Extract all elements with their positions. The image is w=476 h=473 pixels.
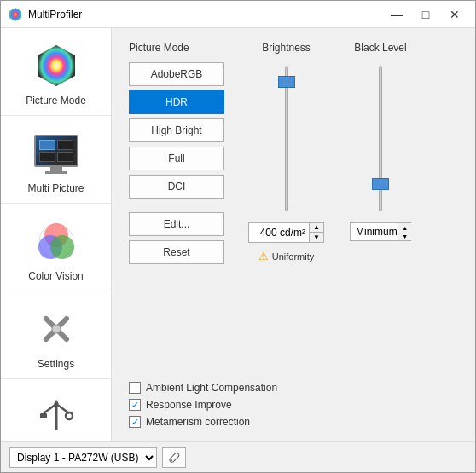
sidebar-scroll: Picture Mode: [1, 28, 111, 441]
color-vision-icon: [31, 216, 82, 267]
brightness-spin-buttons: ▲ ▼: [309, 223, 323, 242]
checkboxes-section: Ambient Light Compensation ✓ Response Im…: [129, 382, 458, 428]
sidebar-label-settings: Settings: [38, 358, 74, 370]
display-selector[interactable]: Display 1 - PA272W (USB): [9, 447, 157, 468]
brightness-group: Brightness ▲ ▼: [248, 42, 324, 372]
brightness-input-area: ▲ ▼ ⚠ Uniformity: [248, 222, 324, 262]
svg-point-15: [171, 459, 172, 461]
black-level-value: Minimum: [352, 226, 398, 238]
mode-action-buttons: Edit... Reset: [129, 212, 231, 264]
app-window: MultiProfiler — □ ✕: [0, 0, 476, 473]
reset-button[interactable]: Reset: [129, 240, 224, 264]
checkbox-response[interactable]: ✓ Response Improve: [129, 399, 458, 411]
metamerism-checkbox-label: Metamerism correction: [146, 416, 250, 428]
wrench-icon: [168, 452, 180, 464]
window-title: MultiProfiler: [28, 9, 383, 20]
sidebar-item-picture-mode[interactable]: Picture Mode: [1, 28, 111, 116]
title-bar: MultiProfiler — □ ✕: [1, 1, 475, 28]
black-level-slider-container: [372, 62, 389, 216]
black-level-select[interactable]: Minimum ▲ ▼: [350, 222, 411, 241]
maximize-button[interactable]: □: [412, 5, 439, 24]
response-checkmark: ✓: [131, 401, 139, 410]
black-level-track: [379, 66, 382, 211]
black-level-arrow: ▲ ▼: [398, 223, 412, 240]
svg-marker-14: [54, 400, 59, 404]
svg-rect-12: [40, 413, 47, 418]
brightness-value-input[interactable]: [249, 223, 309, 242]
metamerism-checkmark: ✓: [131, 418, 139, 427]
usb-icon: [31, 391, 82, 441]
picture-mode-icon: [31, 40, 82, 91]
picture-mode-section: Picture Mode AdobeRGB HDR High Bright Fu…: [129, 42, 231, 372]
uniformity-warning: ⚠ Uniformity: [258, 250, 315, 262]
uniformity-text: Uniformity: [272, 251, 315, 262]
svg-line-10: [44, 404, 56, 413]
checkbox-ambient[interactable]: Ambient Light Compensation: [129, 382, 458, 394]
bl-arrow-down[interactable]: ▼: [398, 232, 412, 240]
sliders-section: Brightness ▲ ▼: [248, 42, 458, 372]
brightness-label: Brightness: [262, 42, 311, 54]
window-controls: — □ ✕: [383, 5, 468, 24]
settings-icon: [31, 303, 82, 355]
brightness-thumb[interactable]: [278, 76, 295, 88]
close-button[interactable]: ✕: [441, 5, 468, 24]
mode-btn-high-bright[interactable]: High Bright: [129, 118, 224, 142]
brightness-spinbox: ▲ ▼: [248, 222, 324, 243]
picture-mode-section-label: Picture Mode: [129, 42, 231, 54]
sidebar-item-usb[interactable]: USB: [1, 379, 111, 441]
black-level-group: Black Level Minimum ▲ ▼: [350, 42, 411, 372]
svg-point-13: [66, 412, 73, 419]
brightness-spin-down[interactable]: ▼: [310, 233, 323, 242]
svg-point-8: [52, 325, 61, 333]
mode-btn-full[interactable]: Full: [129, 147, 224, 170]
brightness-slider-container: [278, 62, 295, 216]
mode-btn-dci[interactable]: DCI: [129, 175, 224, 199]
edit-button[interactable]: Edit...: [129, 212, 224, 236]
ambient-checkbox-box[interactable]: [129, 382, 141, 394]
right-panel: Picture Mode AdobeRGB HDR High Bright Fu…: [112, 28, 475, 441]
svg-marker-1: [38, 45, 75, 86]
ambient-checkbox-label: Ambient Light Compensation: [146, 382, 277, 394]
warning-icon: ⚠: [258, 250, 269, 262]
brightness-spin-up[interactable]: ▲: [310, 223, 323, 233]
response-checkbox-label: Response Improve: [146, 399, 232, 411]
sidebar-label-multi-picture: Multi Picture: [27, 182, 84, 194]
brightness-track: [285, 66, 288, 211]
black-level-select-area: Minimum ▲ ▼: [350, 222, 411, 241]
minimize-button[interactable]: —: [383, 5, 410, 24]
sidebar-label-color-vision: Color Vision: [28, 270, 83, 282]
multi-picture-icon: [31, 128, 82, 179]
svg-marker-0: [9, 8, 21, 21]
metamerism-checkbox-box[interactable]: ✓: [129, 416, 141, 428]
sidebar-label-picture-mode: Picture Mode: [26, 95, 86, 107]
sidebar-item-color-vision[interactable]: Color Vision: [1, 204, 111, 291]
mode-btn-adobergb[interactable]: AdobeRGB: [129, 62, 224, 86]
wrench-button[interactable]: [162, 447, 186, 468]
sidebar-item-multi-picture[interactable]: Multi Picture: [1, 116, 111, 204]
main-content: Picture Mode: [1, 28, 475, 441]
mode-buttons: AdobeRGB HDR High Bright Full DCI: [129, 62, 231, 199]
bl-arrow-up[interactable]: ▲: [398, 223, 412, 232]
sidebar: Picture Mode: [1, 28, 112, 441]
black-level-thumb[interactable]: [372, 178, 389, 190]
app-icon: [8, 7, 23, 22]
checkbox-metamerism[interactable]: ✓ Metamerism correction: [129, 416, 458, 428]
sidebar-item-settings[interactable]: Settings: [1, 291, 111, 379]
response-checkbox-box[interactable]: ✓: [129, 399, 141, 411]
bottom-bar: Display 1 - PA272W (USB): [1, 441, 475, 472]
right-panel-top: Picture Mode AdobeRGB HDR High Bright Fu…: [129, 42, 458, 372]
mode-btn-hdr[interactable]: HDR: [129, 90, 224, 114]
svg-point-5: [50, 235, 74, 259]
black-level-label: Black Level: [354, 42, 406, 54]
